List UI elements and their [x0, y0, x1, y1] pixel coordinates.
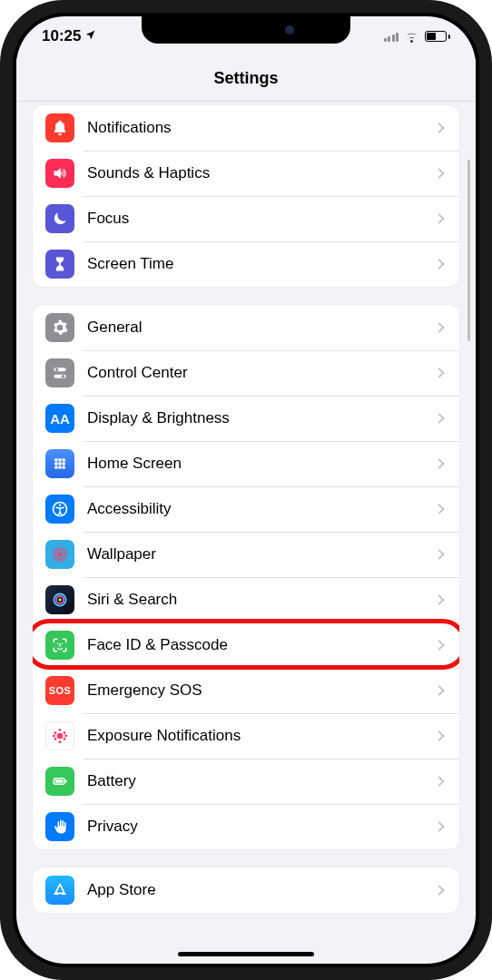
row-label: Privacy — [74, 818, 436, 836]
row-general[interactable]: General — [33, 305, 459, 350]
switches-icon — [45, 358, 74, 387]
chevron-right-icon — [434, 776, 444, 786]
svg-point-28 — [54, 739, 56, 740]
row-display[interactable]: AA Display & Brightness — [33, 396, 459, 441]
svg-rect-11 — [54, 466, 57, 469]
svg-point-4 — [62, 375, 64, 377]
aa-label: AA — [50, 411, 70, 426]
settings-group: General Control Center AA — [33, 305, 459, 849]
status-time: 10:25 — [42, 27, 81, 45]
appstore-icon — [45, 876, 74, 905]
row-label: Accessibility — [74, 500, 436, 518]
sos-icon: SOS — [45, 676, 74, 705]
svg-point-22 — [58, 598, 61, 601]
chevron-right-icon — [434, 885, 444, 895]
row-privacy[interactable]: Privacy — [33, 804, 459, 849]
chevron-right-icon — [434, 322, 444, 332]
svg-point-26 — [54, 732, 56, 734]
row-label: Focus — [74, 210, 436, 228]
row-sos[interactable]: SOS Emergency SOS — [33, 668, 459, 713]
row-wallpaper[interactable]: Wallpaper — [33, 532, 459, 577]
row-battery[interactable]: Battery — [33, 759, 459, 804]
svg-rect-7 — [63, 458, 65, 461]
chevron-right-icon — [434, 730, 444, 740]
svg-rect-0 — [54, 131, 65, 132]
chevron-right-icon — [434, 504, 444, 514]
row-screentime[interactable]: Screen Time — [33, 241, 459, 287]
exposure-icon — [45, 721, 74, 750]
chevron-right-icon — [434, 549, 444, 559]
row-label: Exposure Notifications — [74, 727, 436, 745]
row-controlcenter[interactable]: Control Center — [33, 350, 459, 396]
svg-rect-5 — [54, 458, 57, 461]
row-label: Notifications — [74, 119, 436, 137]
chevron-right-icon — [434, 413, 444, 423]
chevron-right-icon — [434, 458, 444, 468]
gear-icon — [45, 313, 74, 342]
row-focus[interactable]: Focus — [33, 196, 459, 241]
scroll-indicator[interactable] — [467, 160, 470, 341]
row-label: Sounds & Haptics — [74, 164, 436, 182]
notch — [142, 16, 350, 44]
chevron-right-icon — [434, 122, 444, 132]
svg-point-16 — [58, 553, 63, 557]
svg-rect-36 — [65, 779, 67, 782]
svg-point-24 — [62, 643, 64, 645]
row-label: Battery — [74, 772, 436, 790]
svg-point-29 — [64, 739, 65, 740]
svg-point-15 — [59, 505, 62, 507]
nav-header: Settings — [16, 56, 476, 102]
chevron-right-icon — [434, 685, 444, 695]
screen: 10:25 Settings — [16, 16, 476, 964]
hand-icon — [45, 812, 74, 841]
grid-icon — [45, 449, 74, 478]
chevron-right-icon — [434, 213, 444, 223]
row-siri[interactable]: Siri & Search — [33, 577, 459, 622]
row-exposure[interactable]: Exposure Notifications — [33, 713, 459, 759]
accessibility-icon — [45, 495, 74, 524]
chevron-right-icon — [434, 368, 444, 377]
row-label: Screen Time — [74, 255, 436, 273]
row-faceid[interactable]: Face ID & Passcode — [33, 622, 459, 668]
svg-rect-12 — [58, 466, 61, 469]
settings-list[interactable]: Notifications Sounds & Haptics — [16, 102, 476, 964]
row-appstore[interactable]: App Store — [33, 867, 459, 913]
row-label: Home Screen — [74, 455, 436, 473]
location-icon — [84, 27, 96, 45]
row-label: General — [74, 318, 436, 337]
moon-icon — [45, 204, 74, 233]
settings-group: App Store — [33, 867, 459, 913]
svg-point-25 — [57, 733, 64, 740]
faceid-icon — [45, 631, 74, 660]
row-notifications[interactable]: Notifications — [33, 105, 459, 151]
row-label: Emergency SOS — [74, 681, 436, 700]
cellular-icon — [384, 31, 399, 42]
row-homescreen[interactable]: Home Screen — [33, 441, 459, 486]
chevron-right-icon — [434, 821, 444, 831]
page-title: Settings — [213, 69, 278, 88]
row-label: Display & Brightness — [74, 409, 436, 427]
svg-point-23 — [57, 643, 59, 645]
chevron-right-icon — [434, 594, 444, 604]
battery-icon — [425, 31, 450, 42]
svg-rect-13 — [63, 466, 65, 469]
row-label: App Store — [74, 881, 436, 899]
svg-rect-6 — [58, 458, 61, 461]
row-sounds[interactable]: Sounds & Haptics — [33, 151, 459, 196]
svg-point-30 — [59, 730, 61, 731]
row-accessibility[interactable]: Accessibility — [33, 486, 459, 532]
wifi-icon — [404, 31, 419, 43]
svg-rect-35 — [55, 779, 63, 782]
svg-point-31 — [59, 741, 61, 743]
row-label: Face ID & Passcode — [74, 636, 436, 654]
svg-point-33 — [65, 735, 67, 737]
chevron-right-icon — [434, 640, 444, 650]
svg-rect-9 — [58, 462, 61, 465]
hourglass-icon — [45, 250, 74, 279]
svg-point-2 — [55, 368, 58, 371]
row-label: Wallpaper — [74, 545, 436, 564]
chevron-right-icon — [434, 259, 444, 269]
home-indicator[interactable] — [178, 952, 314, 956]
phone-frame: 10:25 Settings — [0, 0, 492, 980]
flower-icon — [45, 540, 74, 569]
